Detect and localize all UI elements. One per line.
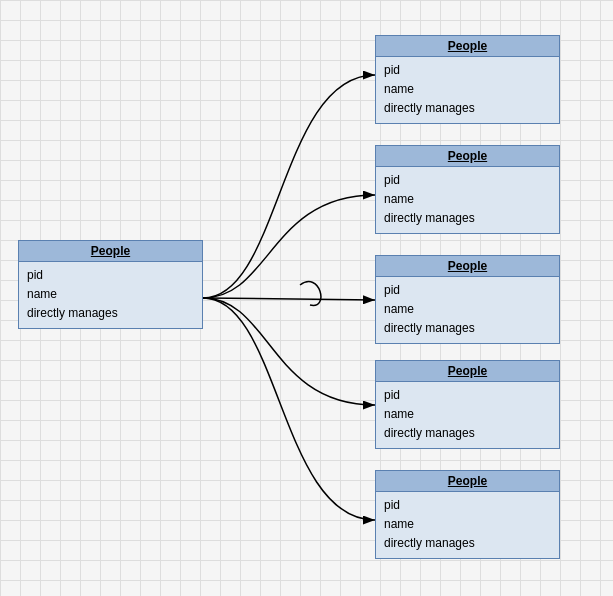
entity-source-label: People — [91, 244, 130, 258]
entity-target4-field-manages: directly manages — [384, 424, 551, 443]
diagram-canvas: People pid name directly manages People … — [0, 0, 613, 596]
entity-target3-label: People — [448, 259, 487, 273]
entity-target5[interactable]: People pid name directly manages — [375, 470, 560, 559]
entity-target5-header: People — [376, 471, 559, 492]
entity-target1-field-pid: pid — [384, 61, 551, 80]
entity-target1-label: People — [448, 39, 487, 53]
entity-target3[interactable]: People pid name directly manages — [375, 255, 560, 344]
entity-target4-field-name: name — [384, 405, 551, 424]
entity-source[interactable]: People pid name directly manages — [18, 240, 203, 329]
entity-target1-field-manages: directly manages — [384, 99, 551, 118]
arrow-loop — [300, 282, 321, 306]
entity-target3-field-name: name — [384, 300, 551, 319]
arrow-to-target3 — [203, 298, 375, 300]
entity-target2-label: People — [448, 149, 487, 163]
entity-target3-body: pid name directly manages — [376, 277, 559, 343]
entity-target5-field-pid: pid — [384, 496, 551, 515]
arrow-to-target2 — [203, 195, 375, 298]
entity-target1-header: People — [376, 36, 559, 57]
arrow-to-target5 — [203, 298, 375, 520]
entity-source-header: People — [19, 241, 202, 262]
entity-source-field-name: name — [27, 285, 194, 304]
entity-target5-body: pid name directly manages — [376, 492, 559, 558]
entity-target4-body: pid name directly manages — [376, 382, 559, 448]
entity-target3-header: People — [376, 256, 559, 277]
entity-target2-field-name: name — [384, 190, 551, 209]
entity-target2-field-manages: directly manages — [384, 209, 551, 228]
arrow-to-target4 — [203, 298, 375, 405]
entity-target1-body: pid name directly manages — [376, 57, 559, 123]
entity-target1-field-name: name — [384, 80, 551, 99]
entity-target3-field-manages: directly manages — [384, 319, 551, 338]
entity-target4-header: People — [376, 361, 559, 382]
entity-target5-field-name: name — [384, 515, 551, 534]
entity-source-body: pid name directly manages — [19, 262, 202, 328]
entity-target5-label: People — [448, 474, 487, 488]
entity-source-field-manages: directly manages — [27, 304, 194, 323]
arrow-to-target1 — [203, 75, 375, 298]
entity-target4[interactable]: People pid name directly manages — [375, 360, 560, 449]
entity-target2-header: People — [376, 146, 559, 167]
entity-target2[interactable]: People pid name directly manages — [375, 145, 560, 234]
entity-target3-field-pid: pid — [384, 281, 551, 300]
entity-target2-field-pid: pid — [384, 171, 551, 190]
entity-target1[interactable]: People pid name directly manages — [375, 35, 560, 124]
entity-source-field-pid: pid — [27, 266, 194, 285]
entity-target2-body: pid name directly manages — [376, 167, 559, 233]
entity-target5-field-manages: directly manages — [384, 534, 551, 553]
entity-target4-label: People — [448, 364, 487, 378]
entity-target4-field-pid: pid — [384, 386, 551, 405]
